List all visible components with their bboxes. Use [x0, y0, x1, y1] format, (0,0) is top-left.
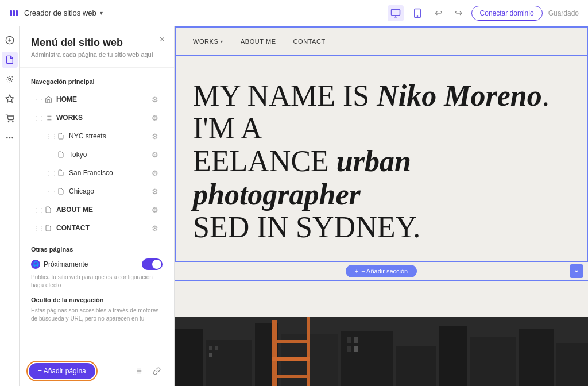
site-nav-contact[interactable]: CONTACT	[293, 38, 326, 45]
sidebar-more-icon[interactable]	[2, 130, 18, 146]
drag-handle-tokyo[interactable]: ⋮⋮	[46, 152, 53, 158]
svg-rect-39	[396, 346, 436, 386]
svg-rect-37	[272, 375, 310, 378]
mobile-device-icon[interactable]	[409, 5, 425, 21]
nav-item-sf-gear-icon[interactable]: ⚙	[150, 168, 160, 178]
toggle-note: Publica tu sitio web para que esta confi…	[31, 273, 163, 290]
connect-domain-button[interactable]: Conectar dominio	[471, 6, 543, 21]
add-section-label: + Añadir sección	[361, 268, 408, 275]
panel-footer: + Añadir página	[20, 356, 174, 386]
nav-item-home[interactable]: ⋮⋮ HOME ⚙	[31, 91, 163, 108]
sidebar-elements-icon[interactable]	[2, 91, 18, 107]
add-section-bar: + + Añadir sección	[175, 261, 588, 281]
svg-rect-0	[10, 10, 12, 16]
svg-rect-35	[272, 340, 310, 343]
svg-point-7	[417, 15, 418, 16]
other-pages-label: Otras páginas	[31, 246, 163, 253]
svg-rect-42	[519, 329, 554, 386]
svg-rect-46	[209, 353, 212, 357]
expand-section-button[interactable]	[570, 264, 583, 278]
nav-item-sf[interactable]: ⋮⋮ San Francisco ⚙	[44, 164, 163, 182]
svg-rect-43	[556, 343, 588, 386]
nav-item-contact-gear-icon[interactable]: ⚙	[150, 223, 160, 233]
site-nav-aboutme[interactable]: ABOUT ME	[241, 38, 276, 45]
drag-handle-nyc[interactable]: ⋮⋮	[46, 133, 53, 140]
svg-rect-47	[347, 337, 351, 343]
footer-actions	[130, 363, 165, 379]
proximamente-toggle[interactable]	[142, 258, 163, 270]
nav-item-works[interactable]: ⋮⋮ WORKS ⚙	[31, 109, 163, 126]
drag-handle-sf[interactable]: ⋮⋮	[46, 170, 53, 176]
page-icon-chicago	[56, 187, 65, 196]
nav-item-aboutme[interactable]: ⋮⋮ ABOUT ME ⚙	[31, 201, 163, 218]
site-nav-works[interactable]: WORKS ▾	[193, 38, 223, 45]
nav-item-sf-label: San Francisco	[69, 169, 146, 177]
bottom-image	[175, 317, 588, 386]
nav-item-nyc[interactable]: ⋮⋮ NYC streets ⚙	[44, 128, 163, 145]
footer-link-icon-button[interactable]	[149, 363, 165, 379]
svg-rect-29	[175, 329, 203, 386]
nav-item-tokyo-label: Tokyo	[69, 150, 146, 159]
drag-handle-contact[interactable]: ⋮⋮	[33, 225, 40, 231]
site-nav-contact-label: CONTACT	[293, 38, 326, 45]
drag-handle-chicago[interactable]: ⋮⋮	[46, 188, 53, 195]
svg-rect-41	[470, 337, 516, 386]
nav-item-tokyo[interactable]: ⋮⋮ Tokyo ⚙	[44, 146, 163, 163]
add-section-button[interactable]: + + Añadir sección	[346, 265, 417, 277]
nav-item-contact[interactable]: ⋮⋮ CONTACT ⚙	[31, 219, 163, 237]
site-nav: WORKS ▾ ABOUT ME CONTACT	[175, 26, 588, 56]
nav-item-home-gear-icon[interactable]: ⚙	[150, 94, 160, 105]
svg-point-16	[12, 137, 13, 138]
site-menu-panel: Menú del sitio web Administra cada págin…	[20, 26, 175, 386]
undo-button[interactable]: ↩	[431, 5, 446, 21]
drag-handle-aboutme[interactable]: ⋮⋮	[33, 207, 40, 213]
svg-rect-44	[209, 346, 212, 350]
drag-handle-works[interactable]: ⋮⋮	[33, 115, 40, 121]
globe-icon: 🌐	[31, 260, 40, 269]
hero-text: MY NAME IS Niko Moreno. I'M A EELANCE ur…	[193, 79, 570, 244]
sidebar-pages-icon[interactable]	[2, 52, 18, 68]
nav-item-aboutme-label: ABOUT ME	[56, 206, 146, 214]
add-page-button[interactable]: + Añadir página	[29, 363, 95, 379]
website-preview: WORKS ▾ ABOUT ME CONTACT MY NAME IS Niko…	[175, 26, 588, 386]
svg-marker-12	[6, 95, 13, 102]
redo-button[interactable]: ↪	[451, 5, 466, 21]
list-icon	[44, 113, 53, 122]
nav-item-works-gear-icon[interactable]: ⚙	[150, 113, 160, 123]
sidebar-store-icon[interactable]	[2, 110, 18, 126]
footer-list-icon-button[interactable]	[130, 363, 146, 379]
nav-item-chicago[interactable]: ⋮⋮ Chicago ⚙	[44, 183, 163, 200]
nav-item-aboutme-gear-icon[interactable]: ⚙	[150, 204, 160, 215]
sidebar-icons	[0, 26, 20, 386]
page-icon-contact	[44, 223, 53, 233]
drag-handle-home[interactable]: ⋮⋮	[33, 96, 40, 103]
canvas-area: WORKS ▾ ABOUT ME CONTACT MY NAME IS Niko…	[175, 26, 588, 386]
svg-rect-49	[347, 346, 351, 352]
topbar-right: ↩ ↪ Conectar dominio Guardado	[388, 5, 579, 21]
svg-rect-40	[439, 326, 467, 386]
svg-rect-2	[16, 10, 18, 16]
sidebar-add-icon[interactable]	[2, 32, 18, 48]
hero-name: Niko Moreno	[377, 79, 541, 112]
topbar: Creador de sitios web ▾ ↩ ↪ Conectar dom…	[0, 0, 588, 26]
nav-item-works-label: WORKS	[56, 114, 146, 122]
svg-point-15	[9, 137, 10, 138]
nav-item-chicago-label: Chicago	[69, 187, 146, 195]
page-icon-sf	[56, 168, 65, 177]
building-image	[175, 317, 588, 386]
saved-status: Guardado	[548, 9, 579, 17]
hero-line2-start: EELANCE	[193, 145, 336, 177]
panel-close-button[interactable]: ×	[160, 34, 165, 45]
plus-section-icon: +	[355, 268, 358, 275]
sidebar-theme-icon[interactable]	[2, 71, 18, 87]
nav-item-tokyo-gear-icon[interactable]: ⚙	[150, 149, 160, 160]
desktop-device-icon[interactable]	[388, 5, 404, 21]
topbar-title: Creador de sitios web	[24, 9, 96, 17]
svg-point-14	[12, 121, 13, 122]
page-icon-tokyo	[56, 150, 65, 159]
nav-item-chicago-gear-icon[interactable]: ⚙	[150, 186, 160, 196]
svg-point-17	[6, 137, 7, 138]
nav-item-nyc-gear-icon[interactable]: ⚙	[150, 131, 160, 141]
nav-item-contact-label: CONTACT	[56, 224, 146, 232]
svg-rect-45	[215, 346, 218, 350]
